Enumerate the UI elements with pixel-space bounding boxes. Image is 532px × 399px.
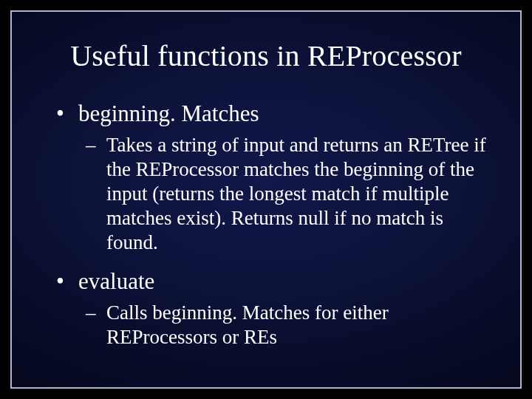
- bullet-label: beginning. Matches: [78, 100, 259, 126]
- bullet-label: evaluate: [78, 268, 154, 294]
- bullet-list: beginning. Matches Takes a string of inp…: [38, 100, 494, 349]
- slide-outer: Useful functions in REProcessor beginnin…: [0, 0, 532, 399]
- slide-title: Useful functions in REProcessor: [38, 38, 494, 73]
- bullet-item: beginning. Matches Takes a string of inp…: [38, 100, 494, 254]
- sub-bullet-text: Takes a string of input and returns an R…: [106, 134, 486, 253]
- sub-bullet-item: Calls beginning. Matches for either REPr…: [78, 301, 494, 349]
- bullet-item: evaluate Calls beginning. Matches for ei…: [38, 267, 494, 349]
- slide-frame: Useful functions in REProcessor beginnin…: [10, 10, 522, 389]
- sub-bullet-item: Takes a string of input and returns an R…: [78, 133, 494, 255]
- sub-bullet-list: Takes a string of input and returns an R…: [78, 133, 494, 255]
- sub-bullet-text: Calls beginning. Matches for either REPr…: [106, 301, 389, 348]
- sub-bullet-list: Calls beginning. Matches for either REPr…: [78, 301, 494, 349]
